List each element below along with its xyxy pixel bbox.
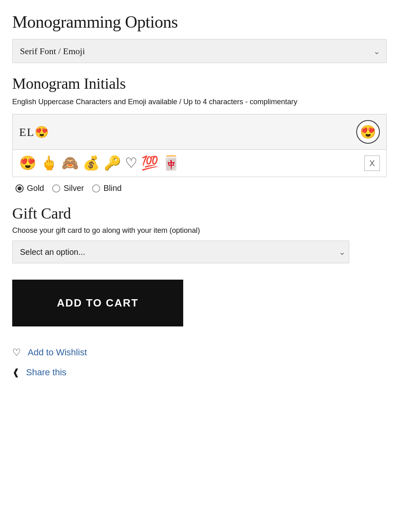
radio-gold[interactable]	[15, 184, 24, 193]
emoji-item-2[interactable]: 🙈	[61, 156, 79, 170]
monogram-value[interactable]: EL😍	[19, 125, 356, 139]
monogram-input-container: EL😍 😍 😍 🖕 🙈 💰 🔑 ♡ 💯 🀄 X	[12, 114, 387, 177]
gift-card-selector-wrapper: Select an option... Birthday Anniversary…	[12, 241, 387, 263]
gift-card-title: Gift Card	[12, 204, 387, 222]
monogram-input-row: EL😍 😍	[13, 114, 386, 149]
radio-silver[interactable]	[52, 184, 60, 193]
gift-card-description: Choose your gift card to go along with y…	[12, 226, 387, 235]
monogram-description: English Uppercase Characters and Emoji a…	[12, 96, 387, 107]
color-label-silver: Silver	[64, 184, 84, 193]
color-option-blind[interactable]: Blind	[92, 184, 121, 193]
emoji-item-4[interactable]: 🔑	[104, 156, 121, 170]
page-title: Monogramming Options	[12, 12, 387, 32]
color-label-blind: Blind	[103, 184, 121, 193]
emoji-face-button[interactable]: 😍	[356, 120, 380, 144]
gift-card-selector[interactable]: Select an option... Birthday Anniversary…	[12, 241, 349, 263]
wishlist-icon: ♡	[12, 347, 21, 358]
share-icon: ❰	[12, 367, 20, 378]
emoji-item-7[interactable]: 🀄	[162, 156, 180, 170]
emoji-item-6[interactable]: 💯	[141, 156, 158, 170]
wishlist-label: Add to Wishlist	[28, 347, 87, 358]
color-label-gold: Gold	[27, 184, 44, 193]
add-to-cart-button[interactable]: ADD TO CART	[12, 280, 183, 326]
gift-card-section: Gift Card Choose your gift card to go al…	[12, 204, 387, 263]
share-label: Share this	[26, 367, 66, 378]
color-option-silver[interactable]: Silver	[52, 184, 84, 193]
radio-blind[interactable]	[92, 184, 100, 193]
monogram-section-title: Monogram Initials	[12, 74, 387, 92]
action-links: ♡ Add to Wishlist ❰ Share this	[12, 347, 387, 378]
font-selector[interactable]: Serif Font / Emoji Block Font Script Fon…	[12, 39, 387, 63]
font-selector-wrapper: Serif Font / Emoji Block Font Script Fon…	[12, 39, 387, 63]
color-option-gold[interactable]: Gold	[15, 184, 44, 193]
emoji-item-0[interactable]: 😍	[19, 156, 36, 170]
emoji-picker-row: 😍 🖕 🙈 💰 🔑 ♡ 💯 🀄 X	[13, 149, 386, 177]
color-options: Gold Silver Blind	[12, 177, 387, 204]
wishlist-link[interactable]: ♡ Add to Wishlist	[12, 347, 387, 358]
share-link[interactable]: ❰ Share this	[12, 367, 387, 378]
emoji-item-3[interactable]: 💰	[83, 156, 100, 170]
emoji-item-5[interactable]: ♡	[125, 156, 137, 170]
emoji-close-button[interactable]: X	[364, 155, 380, 171]
emoji-item-1[interactable]: 🖕	[40, 156, 57, 170]
